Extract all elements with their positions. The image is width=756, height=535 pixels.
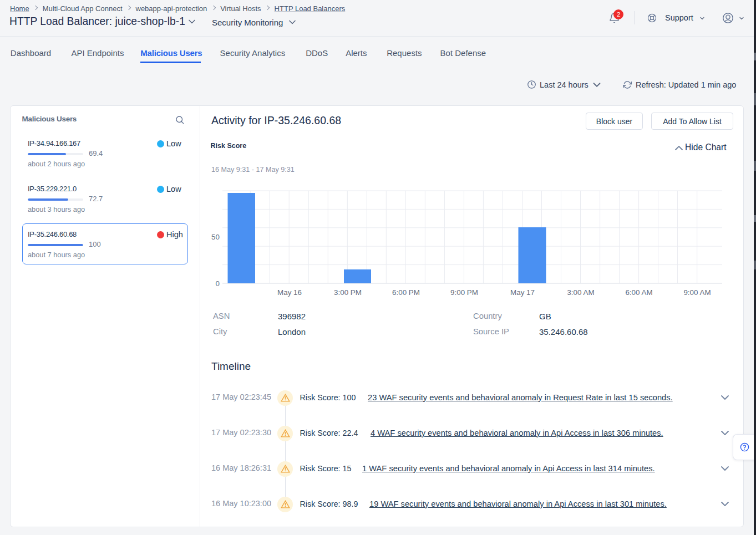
- svg-text:6:00 AM: 6:00 AM: [625, 288, 652, 297]
- svg-text:0: 0: [216, 279, 220, 288]
- svg-text:3:00 AM: 3:00 AM: [567, 288, 594, 297]
- svg-text:9:00 AM: 9:00 AM: [683, 288, 711, 297]
- svg-text:9:00 PM: 9:00 PM: [450, 288, 478, 297]
- svg-text:May 16: May 16: [277, 288, 302, 297]
- svg-text:50: 50: [211, 233, 220, 241]
- svg-text:6:00 PM: 6:00 PM: [392, 288, 420, 297]
- svg-text:May 17: May 17: [510, 288, 535, 297]
- svg-text:3:00 PM: 3:00 PM: [334, 288, 362, 297]
